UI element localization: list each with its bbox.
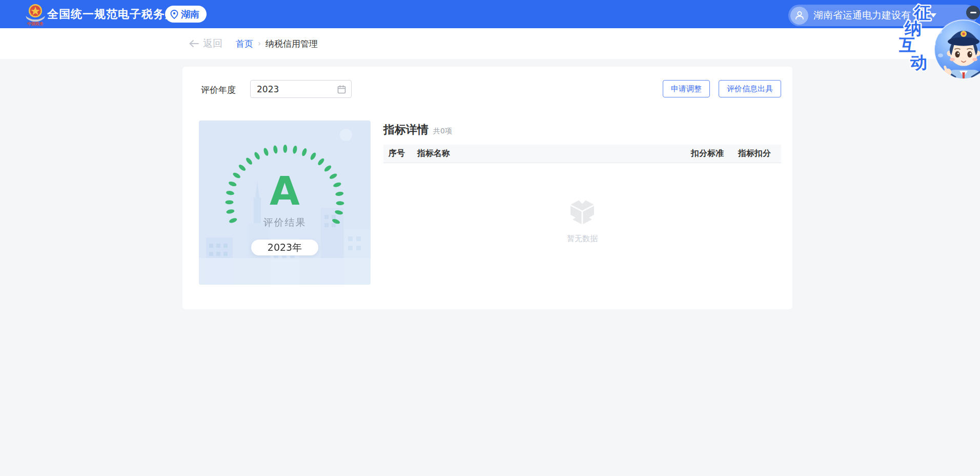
back-button[interactable]: 返回 — [189, 37, 222, 50]
evaluation-year-label: 评价年度 — [201, 84, 236, 96]
assistant-char-4: 动 — [910, 52, 927, 72]
app-header: 中国税务 全国统一规范电子税务局 湖南 湖南省运通电力建设有 — [0, 0, 980, 28]
user-name: 湖南省运通电力建设有 — [813, 9, 911, 22]
breadcrumb-separator: › — [258, 39, 261, 48]
arrow-left-icon — [189, 39, 199, 48]
col-indicator-deduction: 指标扣分 — [724, 148, 781, 159]
grade-caption: 评价结果 — [199, 216, 371, 229]
item-count-badge: 共0项 — [433, 127, 452, 136]
col-deduction-standard: 扣分标准 — [657, 148, 724, 159]
calendar-icon[interactable] — [337, 85, 346, 94]
rating-year-pill: 2023年 — [251, 240, 318, 255]
rating-result-panel: A 评价结果 2023年 — [199, 121, 371, 285]
breadcrumb: 首页 › 纳税信用管理 — [236, 38, 318, 50]
location-label: 湖南 — [181, 8, 199, 21]
minimize-widget-button[interactable] — [966, 6, 980, 19]
location-badge[interactable]: 湖南 — [165, 6, 207, 23]
interaction-assistant-widget[interactable]: 征 纳 互 动 — [898, 0, 980, 91]
card-actions: 申请调整 评价信息出具 — [663, 80, 781, 97]
tax-credit-card: 评价年度 申请调整 评价信息出具 — [182, 67, 792, 309]
empty-box-icon — [569, 198, 595, 225]
empty-text: 暂无数据 — [567, 234, 598, 244]
evaluation-year-picker[interactable] — [250, 80, 352, 98]
indicator-details-section: 指标详情 共0项 序号 指标名称 扣分标准 指标扣分 暂 — [383, 122, 781, 244]
year-input[interactable] — [257, 84, 337, 94]
col-indicator-name: 指标名称 — [417, 148, 657, 159]
breadcrumb-home-link[interactable]: 首页 — [236, 38, 253, 50]
location-pin-icon — [170, 10, 178, 19]
col-serial: 序号 — [383, 148, 417, 159]
back-label: 返回 — [203, 37, 222, 50]
avatar — [790, 7, 808, 25]
app-title: 全国统一规范电子税务局 — [47, 0, 177, 28]
credit-grade: A — [199, 172, 371, 211]
breadcrumb-bar: 返回 首页 › 纳税信用管理 — [0, 28, 980, 59]
tax-bureau-logo: 中国税务 — [24, 3, 47, 27]
issue-info-button[interactable]: 评价信息出具 — [719, 80, 781, 97]
breadcrumb-current: 纳税信用管理 — [266, 38, 318, 50]
person-icon — [794, 10, 805, 21]
table-header: 序号 指标名称 扣分标准 指标扣分 — [383, 145, 781, 163]
logo-caption: 中国税务 — [27, 22, 44, 26]
empty-state: 暂无数据 — [383, 198, 781, 244]
section-title: 指标详情 — [383, 122, 428, 137]
apply-adjust-button[interactable]: 申请调整 — [663, 80, 710, 97]
minimize-icon — [970, 12, 976, 13]
